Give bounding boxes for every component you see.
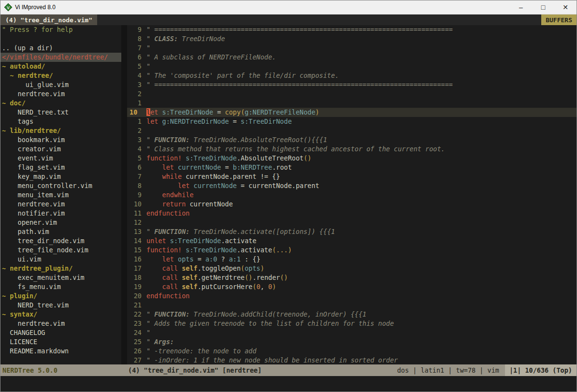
editor-panel: 9" =====================================… [127, 25, 577, 364]
code-text[interactable] [146, 218, 577, 227]
code-text[interactable]: call self.getNerdtree().render() [146, 273, 577, 282]
nerdtree-item[interactable]: exec_menuitem.vim [0, 273, 121, 282]
nerdtree-item[interactable]: path.vim [0, 227, 121, 236]
nerdtree-item[interactable]: menu_controller.vim [0, 181, 121, 190]
code-text[interactable]: " [146, 62, 577, 71]
code-text[interactable]: " -inOrder: 1 if the new node should be … [146, 356, 577, 364]
code-text[interactable] [146, 89, 577, 99]
tabline: (4) "tree_dir_node.vim" BUFFERS [0, 15, 577, 25]
editor-line: 23" Adds the given treenode to the list … [127, 319, 577, 328]
nerdtree-item[interactable]: ~ nerdtree/ [0, 71, 121, 80]
nerdtree-item[interactable]: tree_file_node.vim [0, 246, 121, 255]
line-number: 2 [127, 89, 146, 99]
nerdtree-item[interactable]: event.vim [0, 154, 121, 163]
vertical-split-separator[interactable] [121, 25, 127, 364]
nerdtree-item[interactable]: .. (up a dir) [0, 44, 121, 53]
code-text[interactable]: let g:NERDTreeDirNode = s:TreeDirNode [146, 117, 577, 126]
code-text[interactable]: endfunction [146, 209, 577, 218]
editor-line: 2 [127, 126, 577, 135]
line-number: 4 [127, 71, 146, 80]
minimize-button[interactable]: – [510, 0, 532, 14]
code-text[interactable]: while currentNode.parent != {} [146, 172, 577, 181]
line-number: 7 [127, 172, 146, 181]
nerdtree-item[interactable]: ~ syntax/ [0, 310, 121, 319]
nerdtree-item[interactable]: nerdtree.vim [0, 319, 121, 328]
code-text[interactable]: " FUNCTION: TreeDirNode.activate([option… [146, 227, 577, 236]
code-text[interactable]: " FUNCTION: TreeDirNode.AbsoluteTreeRoot… [146, 135, 577, 145]
line-number: 10 [127, 108, 146, 117]
line-number: 2 [127, 126, 146, 135]
vim-logo-icon: V [4, 3, 12, 11]
line-number: 17 [127, 264, 146, 273]
nerdtree-item[interactable]: flag_set.vim [0, 163, 121, 172]
code-text[interactable]: let currentNode = currentNode.parent [146, 181, 577, 190]
nerdtree-item[interactable]: notifier.vim [0, 209, 121, 218]
code-text[interactable]: let currentNode = b:NERDTree.root [146, 163, 577, 172]
code-text[interactable]: function! s:TreeDirNode.AbsoluteTreeRoot… [146, 154, 577, 163]
nerdtree-item[interactable]: creator.vim [0, 145, 121, 154]
code-text[interactable]: " Args: [146, 337, 577, 347]
line-number: 16 [127, 255, 146, 264]
line-number: 11 [127, 209, 146, 218]
code-text[interactable] [146, 301, 577, 310]
nerdtree-item[interactable]: tags [0, 117, 121, 126]
code-text[interactable]: " CLASS: TreeDirNode [146, 34, 577, 44]
nerdtree-item[interactable]: fs_menu.vim [0, 282, 121, 291]
code-text[interactable] [146, 126, 577, 135]
nerdtree-item[interactable]: nerdtree.vim [0, 200, 121, 209]
nerdtree-item[interactable]: CHANGELOG [0, 328, 121, 337]
code-text[interactable]: endwhile [146, 190, 577, 200]
line-number: 26 [127, 347, 146, 356]
code-text[interactable]: " -treenode: the node to add [146, 347, 577, 356]
code-text[interactable]: " ======================================… [146, 80, 577, 89]
nerdtree-item[interactable]: menu_item.vim [0, 190, 121, 200]
line-number: 24 [127, 328, 146, 337]
code-text[interactable]: call self.putCursorHere(0, 0) [146, 282, 577, 291]
code-text[interactable]: endfunction [146, 291, 577, 301]
code-text[interactable]: " ======================================… [146, 25, 577, 34]
nerdtree-item[interactable]: bookmark.vim [0, 135, 121, 145]
nerdtree-item[interactable]: ~ nerdtree_plugin/ [0, 264, 121, 273]
nerdtree-item[interactable]: nerdtree.vim [0, 89, 121, 99]
code-text[interactable]: function! s:TreeDirNode.activate(...) [146, 246, 577, 255]
code-text[interactable]: " [146, 44, 577, 53]
code-text[interactable]: " FUNCTION: TreeDirNode.addChild(treenod… [146, 310, 577, 319]
code-text[interactable] [146, 99, 577, 108]
nerdtree-item[interactable]: ~ lib/nerdtree/ [0, 126, 121, 135]
cursor: l [146, 108, 150, 116]
statusline: NERDTree 5.0.0 (4) "tree_dir_node.vim" [… [0, 364, 577, 376]
editor-line: 21 [127, 301, 577, 310]
code-text[interactable]: let s:TreeDirNode = copy(g:NERDTreeFileN… [146, 108, 577, 117]
editor-line: 4" Class method that returns the highest… [127, 145, 577, 154]
nerdtree-item[interactable]: " Press ? for help [0, 25, 121, 34]
code-text[interactable]: " Class method that returns the highest … [146, 145, 577, 154]
nerdtree-item[interactable]: ~ doc/ [0, 99, 121, 108]
nerdtree-item[interactable]: LICENCE [0, 337, 121, 347]
active-tab[interactable]: (4) "tree_dir_node.vim" [0, 15, 97, 25]
code-text[interactable]: return currentNode [146, 200, 577, 209]
nerdtree-item[interactable]: </vimfiles/bundle/nerdtree/ [0, 53, 121, 62]
code-text[interactable]: let opts = a:0 ? a:1 : {} [146, 255, 577, 264]
nerdtree-item[interactable]: opener.vim [0, 218, 121, 227]
nerdtree-item[interactable]: NERD_tree.vim [0, 301, 121, 310]
code-text[interactable]: " The 'composite' part of the file/dir c… [146, 71, 577, 80]
code-text[interactable]: unlet s:TreeDirNode.activate [146, 236, 577, 246]
close-button[interactable]: ✕ [554, 0, 577, 14]
code-text[interactable]: call self.toggleOpen(opts) [146, 264, 577, 273]
code-text[interactable]: " A subclass of NERDTreeFileNode. [146, 53, 577, 62]
code-text[interactable]: " Adds the given treenode to the list of… [146, 319, 577, 328]
nerdtree-item[interactable]: ~ autoload/ [0, 62, 121, 71]
nerdtree-item[interactable]: tree_dir_node.vim [0, 236, 121, 246]
nerdtree-item[interactable]: NERD_tree.txt [0, 108, 121, 117]
nerdtree-item[interactable]: key_map.vim [0, 172, 121, 181]
nerdtree-item[interactable]: ui.vim [0, 255, 121, 264]
maximize-button[interactable]: □ [532, 0, 554, 14]
editor-line: 8" CLASS: TreeDirNode [127, 34, 577, 44]
code-text[interactable]: " [146, 328, 577, 337]
editor-line: 15function! s:TreeDirNode.activate(...) [127, 246, 577, 255]
nerdtree-item[interactable]: ui_glue.vim [0, 80, 121, 89]
nerdtree-item[interactable]: ~ plugin/ [0, 291, 121, 301]
command-line[interactable] [0, 376, 577, 392]
nerdtree-item[interactable]: README.markdown [0, 347, 121, 356]
line-number: 10 [127, 200, 146, 209]
